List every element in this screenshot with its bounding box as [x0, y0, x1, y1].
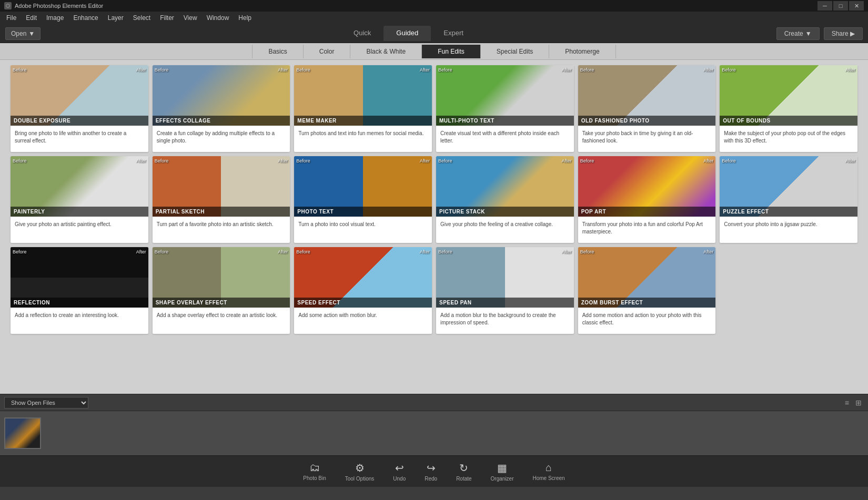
subtab-special-edits[interactable]: Special Edits	[481, 45, 549, 58]
card-description: Turn part of a favorite photo into an ar…	[153, 217, 290, 243]
menu-select[interactable]: Select	[129, 13, 155, 23]
menu-edit[interactable]: Edit	[22, 13, 41, 23]
minimize-button[interactable]: ─	[817, 1, 832, 11]
card-double-exposure[interactable]: Before After DOUBLE EXPOSURE Bring one p…	[11, 65, 148, 152]
card-out-of-bounds[interactable]: Before After OUT OF BOUNDS Make the subj…	[720, 65, 857, 152]
card-description: Add a motion blur to the background to c…	[436, 308, 574, 334]
card-picture-stack[interactable]: Before After PICTURE STACK Give your pho…	[436, 156, 574, 243]
tool-photo-bin[interactable]: 🗂 Photo Bin	[299, 460, 330, 483]
menu-filter[interactable]: Filter	[156, 13, 178, 23]
app-icon: ⬡	[4, 2, 12, 9]
card-title: POP ART	[578, 207, 716, 217]
card-partial-sketch[interactable]: Before After PARTIAL SKETCH Turn part of…	[153, 156, 290, 243]
create-button[interactable]: Create ▼	[776, 27, 820, 40]
card-before-label: Before	[580, 249, 594, 254]
tool-redo[interactable]: ↪ Redo	[420, 460, 441, 484]
subtab-photomerge[interactable]: Photomerge	[549, 45, 615, 58]
tab-quick[interactable]: Quick	[341, 26, 383, 41]
subtab-basics[interactable]: Basics	[252, 45, 303, 58]
card-meme-maker[interactable]: Before After MEME MAKER Turn photos and …	[294, 65, 432, 152]
card-old-fashioned-photo[interactable]: Before After OLD FASHIONED PHOTO Take yo…	[578, 65, 716, 152]
subtab-color[interactable]: Color	[304, 45, 351, 58]
card-after-label: After	[420, 249, 430, 254]
card-speed-pan[interactable]: Before After SPEED PAN Add a motion blur…	[436, 247, 574, 334]
card-before-label: Before	[13, 249, 27, 254]
mode-tabs: Quick Guided Expert	[341, 26, 476, 41]
tool-home-screen[interactable]: ⌂ Home Screen	[529, 460, 569, 483]
menu-window[interactable]: Window	[203, 13, 234, 23]
card-description: Add some motion and action to your photo…	[578, 308, 716, 334]
card-zoom-burst-effect[interactable]: Before After ZOOM BURST EFFECT Add some …	[578, 247, 716, 334]
tool-organizer[interactable]: ▦ Organizer	[487, 460, 518, 484]
photo-thumbnail[interactable]	[4, 417, 41, 449]
card-after-label: After	[278, 249, 288, 254]
card-title: ZOOM BURST EFFECT	[578, 298, 716, 308]
menu-bar: File Edit Image Enhance Layer Select Fil…	[0, 12, 868, 24]
card-title: OUT OF BOUNDS	[720, 116, 857, 126]
card-description: Create visual text with a different phot…	[436, 126, 574, 152]
card-before-label: Before	[722, 67, 736, 73]
card-reflection[interactable]: Before After REFLECTION Add a reflection…	[11, 247, 148, 334]
card-after-label: After	[845, 158, 855, 164]
card-image: Before After ZOOM BURST EFFECT	[578, 247, 716, 308]
tab-guided[interactable]: Guided	[383, 26, 431, 41]
card-pop-art[interactable]: Before After POP ART Transform your phot…	[578, 156, 716, 243]
card-image: Before After REFLECTION	[11, 247, 148, 308]
menu-view[interactable]: View	[179, 13, 201, 23]
card-speed-effect[interactable]: Before After SPEED EFFECT Add some actio…	[294, 247, 432, 334]
main-toolbar: Open ▼ Quick Guided Expert Create ▼ Shar…	[0, 24, 868, 43]
card-before-label: Before	[155, 249, 169, 254]
card-before-label: Before	[580, 67, 594, 73]
card-description: Create a fun collage by adding multiple …	[153, 126, 290, 152]
card-before-label: Before	[438, 158, 452, 164]
card-image: Before After PARTIAL SKETCH	[153, 156, 290, 217]
card-image: Before After PAINTERLY	[11, 156, 148, 217]
maximize-button[interactable]: □	[833, 1, 848, 11]
title-bar-title: Adobe Photoshop Elements Editor	[15, 3, 103, 9]
sub-tabs: Basics Color Black & White Fun Edits Spe…	[0, 43, 868, 60]
menu-layer[interactable]: Layer	[104, 13, 128, 23]
card-after-label: After	[562, 67, 572, 73]
tab-expert[interactable]: Expert	[431, 26, 476, 41]
card-description: Turn photos and text into fun memes for …	[294, 126, 432, 152]
card-title: OLD FASHIONED PHOTO	[578, 116, 716, 126]
card-image: Before After DOUBLE EXPOSURE	[11, 65, 148, 126]
card-title: SHAPE OVERLAY EFFECT	[153, 298, 290, 308]
card-puzzle-effect[interactable]: Before After PUZZLE EFFECT Convert your …	[720, 156, 857, 243]
menu-help[interactable]: Help	[234, 13, 256, 23]
card-before-label: Before	[580, 158, 594, 164]
menu-file[interactable]: File	[2, 13, 21, 23]
close-button[interactable]: ✕	[849, 1, 864, 11]
card-photo-text[interactable]: Before After PHOTO TEXT Turn a photo int…	[294, 156, 432, 243]
photo-bin-area	[0, 411, 868, 455]
card-effects-collage[interactable]: Before After EFFECTS COLLAGE Create a fu…	[153, 65, 290, 152]
card-title: REFLECTION	[11, 298, 148, 308]
menu-enhance[interactable]: Enhance	[69, 13, 102, 23]
list-view-button[interactable]: ≡	[843, 397, 851, 408]
card-before-label: Before	[722, 158, 736, 164]
card-before-label: Before	[296, 249, 310, 254]
grid-view-button[interactable]: ⊞	[853, 397, 864, 408]
show-open-select[interactable]: Show Open Files Show All Files Show Rece…	[4, 397, 88, 409]
card-before-label: Before	[13, 158, 27, 164]
card-after-label: After	[703, 67, 713, 73]
share-button[interactable]: Share ▶	[824, 27, 863, 40]
tool-rotate[interactable]: ↻ Rotate	[452, 460, 476, 484]
tool-options[interactable]: ⚙ Tool Options	[341, 460, 379, 484]
card-description: Add some action with motion blur.	[294, 308, 432, 334]
card-image: Before After SPEED EFFECT	[294, 247, 432, 308]
card-shape-overlay-effect[interactable]: Before After SHAPE OVERLAY EFFECT Add a …	[153, 247, 290, 334]
card-multi-photo-text[interactable]: Before After MULTI-PHOTO TEXT Create vis…	[436, 65, 574, 152]
menu-image[interactable]: Image	[42, 13, 68, 23]
card-description: Give your photo the feeling of a creativ…	[436, 217, 574, 243]
tool-undo[interactable]: ↩ Undo	[389, 460, 410, 484]
subtab-bw[interactable]: Black & White	[350, 45, 422, 58]
card-after-label: After	[420, 158, 430, 164]
card-title: SPEED PAN	[436, 298, 574, 308]
card-after-label: After	[136, 67, 146, 73]
subtab-fun-edits[interactable]: Fun Edits	[422, 45, 481, 58]
open-button[interactable]: Open ▼	[5, 27, 41, 40]
card-painterly[interactable]: Before After PAINTERLY Give your photo a…	[11, 156, 148, 243]
card-image: Before After MULTI-PHOTO TEXT	[436, 65, 574, 126]
card-title: EFFECTS COLLAGE	[153, 116, 290, 126]
